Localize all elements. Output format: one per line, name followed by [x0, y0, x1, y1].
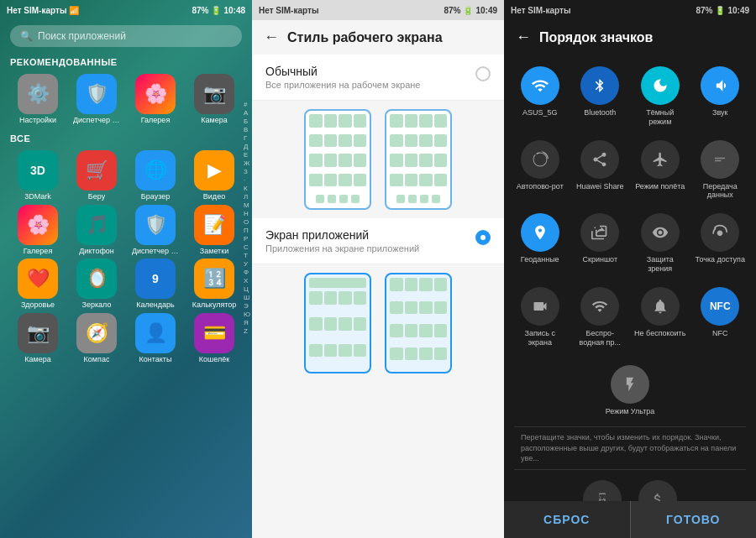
- app-icon-phonemanager2: 🛡️: [135, 205, 176, 245]
- quick-item-nfc[interactable]: NFC NFC: [691, 280, 750, 353]
- wifi-icon: [521, 66, 559, 105]
- app-icon-browser: 🌐: [135, 150, 176, 191]
- dnd-icon: [641, 287, 680, 326]
- quick-label: Точка доступа: [696, 255, 745, 264]
- hotspot-icon: [701, 213, 739, 252]
- data-transfer-icon: [701, 140, 739, 179]
- list-item[interactable]: 🧭 Компас: [69, 313, 124, 364]
- list-item[interactable]: 🛡️ Диспетчер телефона: [69, 74, 124, 125]
- quick-label: Режим Ультра: [606, 407, 655, 416]
- quick-item-rotate[interactable]: Автопово-рот: [511, 133, 570, 206]
- all-apps-grid: 3D 3DMark 🛒 Беру 🌐 Браузер ▶ Видео 🌸 Гал…: [0, 147, 252, 368]
- quick-item-darkmode[interactable]: Тёмный режим: [631, 60, 690, 132]
- list-item[interactable]: 3D 3DMark: [10, 150, 66, 201]
- phone-mockup-1: [304, 109, 371, 210]
- quick-item-huawei-share[interactable]: Huawei Share: [571, 133, 630, 206]
- quick-item-ultra[interactable]: Режим Ультра: [601, 358, 659, 421]
- app-drawer-panel: Нет SIM-карты 📶 87% 🔋 10:48 🔍 Поиск прил…: [0, 0, 252, 538]
- screenrecord-icon: [521, 287, 559, 326]
- app-label: Калькулятор: [192, 300, 237, 310]
- list-item[interactable]: ⚙️ Настройки: [10, 74, 66, 125]
- quick-item-sound[interactable]: Звук: [691, 60, 750, 132]
- list-item[interactable]: 👤 Контакты: [128, 313, 183, 364]
- app-icon-camera: 📷: [194, 74, 234, 114]
- option-appscreen-title: Экран приложений: [265, 228, 419, 242]
- airplane-icon: [641, 140, 680, 179]
- app-label: Кошелёк: [199, 355, 229, 364]
- quick-label: Запись с экрана: [514, 329, 566, 347]
- status-bar-3: Нет SIM-карты 87% 🔋 10:49: [504, 0, 756, 20]
- battery-icon-3: 🔋: [715, 6, 725, 15]
- bluetooth-icon: [580, 66, 619, 105]
- quick-item-bluetooth[interactable]: Bluetooth: [571, 60, 630, 132]
- back-button-3[interactable]: ←: [516, 29, 531, 46]
- quick-item-wifi[interactable]: ASUS_5G: [511, 60, 570, 132]
- app-icon-phonemanager: 🛡️: [76, 74, 117, 114]
- app-label: Камера: [24, 355, 50, 364]
- status-left-3: Нет SIM-карты: [511, 6, 570, 15]
- homescreen-style-panel: Нет SIM-карты 87% 🔋 10:49 ← Стиль рабоче…: [252, 0, 504, 538]
- list-item[interactable]: 📝 Заметки: [186, 205, 242, 256]
- list-item[interactable]: 📷 Камера: [186, 74, 242, 125]
- quick-label: Передача данных: [695, 182, 747, 201]
- battery-2: 87%: [444, 6, 460, 15]
- option-appscreen[interactable]: Экран приложений Приложения на экране пр…: [252, 218, 504, 264]
- list-item[interactable]: 🎵 Диктофон: [69, 205, 124, 256]
- list-item[interactable]: 🌸 Галерея: [128, 74, 183, 125]
- app-label: Заметки: [200, 247, 228, 256]
- status-right-3: 87% 🔋 10:49: [696, 6, 749, 15]
- quick-item-screenshot[interactable]: Скриншот: [571, 206, 630, 279]
- quick-label: Huawei Share: [576, 182, 624, 191]
- app-icon-wallet: 💳: [194, 313, 234, 353]
- app-icon-camera2: 📷: [18, 313, 58, 353]
- list-item[interactable]: 🌐 Браузер: [128, 150, 183, 201]
- quick-item-hotspot[interactable]: Точка доступа: [691, 206, 750, 279]
- list-item[interactable]: 🛒 Беру: [69, 150, 124, 201]
- app-label: Зеркало: [82, 300, 112, 310]
- sim-status-1: Нет SIM-карты: [7, 6, 66, 15]
- list-item[interactable]: 🪞 Зеркало: [69, 259, 124, 310]
- sim-status-3: Нет SIM-карты: [511, 6, 570, 15]
- list-item[interactable]: 9 Календарь: [128, 259, 183, 310]
- list-item[interactable]: 💳 Кошелёк: [186, 313, 242, 364]
- app-label: Галерея: [24, 247, 53, 256]
- mockup-appscreen: [252, 264, 504, 382]
- radio-appscreen[interactable]: [475, 230, 491, 245]
- reset-button[interactable]: СБРОС: [504, 501, 630, 538]
- time-2: 10:49: [475, 6, 497, 15]
- quick-item-dnd[interactable]: Не беспокоить: [631, 280, 690, 353]
- huawei-share-icon: [580, 140, 619, 179]
- quick-item-screenrecord[interactable]: Запись с экрана: [511, 280, 570, 353]
- quick-item-data-transfer[interactable]: Передача данных: [691, 133, 750, 206]
- back-button-2[interactable]: ←: [264, 29, 279, 46]
- quick-item-eyeprotect[interactable]: Защита зрения: [631, 206, 690, 279]
- done-button[interactable]: ГОТОВО: [631, 501, 757, 538]
- status-right-1: 87% 🔋 10:48: [192, 6, 245, 15]
- search-placeholder: Поиск приложений: [38, 30, 126, 42]
- search-icon: 🔍: [20, 30, 33, 42]
- list-item[interactable]: 🌸 Галерея: [10, 205, 66, 256]
- list-item[interactable]: 🛡️ Диспетчер телефона: [128, 205, 183, 256]
- icon-order-panel: Нет SIM-карты 87% 🔋 10:49 ← Порядок знач…: [504, 0, 756, 538]
- quick-item-location[interactable]: Геоданные: [511, 206, 570, 279]
- quick-label-bluetooth: Bluetooth: [584, 108, 616, 118]
- alphabet-bar[interactable]: # А Б В Г Д Е Ж З · К Л М Н О П Р С Т У …: [244, 101, 250, 335]
- battery-icon-2: 🔋: [463, 6, 473, 15]
- app-icon-health: ❤️: [18, 259, 58, 299]
- radio-normal[interactable]: [475, 66, 491, 81]
- search-bar[interactable]: 🔍 Поиск приложений: [10, 25, 242, 47]
- list-item[interactable]: ❤️ Здоровье: [10, 259, 66, 310]
- quick-item-wireless[interactable]: Беспро-водная пр...: [571, 280, 630, 353]
- drag-hint: Перетащите значки, чтобы изменить их пор…: [514, 426, 746, 470]
- list-item[interactable]: 🔢 Калькулятор: [186, 259, 242, 310]
- quick-settings-grid: ASUS_5G Bluetooth Тёмный режим Звук Авт: [504, 55, 756, 357]
- quick-label: Беспро-водная пр...: [575, 329, 627, 347]
- quick-label: Геоданные: [521, 255, 559, 264]
- option-normal[interactable]: Обычный Все приложения на рабочем экране: [252, 55, 504, 101]
- quick-label: ASUS_5G: [522, 108, 558, 118]
- quick-item-airplane[interactable]: Режим полёта: [631, 133, 690, 206]
- list-item[interactable]: 📷 Камера: [10, 313, 66, 364]
- phone-mockup-2: [385, 109, 452, 210]
- list-item[interactable]: ▶ Видео: [186, 150, 242, 201]
- app-icon-video: ▶: [194, 150, 234, 191]
